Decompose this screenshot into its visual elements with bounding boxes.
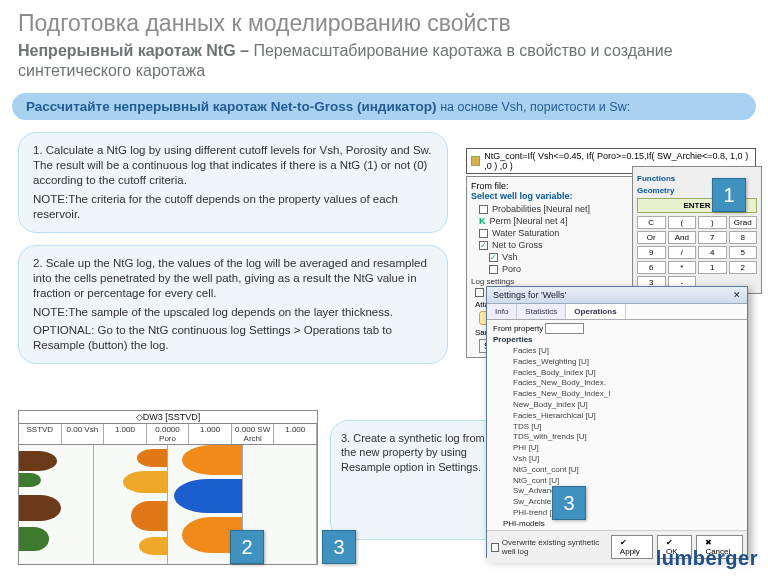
close-icon[interactable]: ✕: [733, 290, 741, 300]
formula-icon: [471, 156, 480, 166]
tree-item[interactable]: Facies_New_Body_Index_I: [493, 389, 741, 400]
step2-text: 2. Scale up the NtG log, the values of t…: [33, 257, 427, 299]
tree-item[interactable]: NtG_cont_cont [U]: [493, 465, 741, 476]
from-property-field[interactable]: [545, 323, 583, 334]
tab-operations[interactable]: Operations: [566, 304, 625, 319]
checkbox-icon[interactable]: [491, 543, 499, 552]
calc-btn[interactable]: 2: [729, 261, 758, 274]
page-subtitle: Непрерывный каротаж NtG – Перемасштабиро…: [18, 41, 750, 81]
tree-item[interactable]: Vsh [U]: [493, 454, 741, 465]
tree-item[interactable]: PHI [U]: [493, 443, 741, 454]
tree-group[interactable]: PHI-models: [493, 519, 741, 530]
banner-strong: Рассчитайте непрерывный каротаж Net-to-G…: [26, 99, 440, 114]
calc-btn[interactable]: And: [668, 231, 697, 244]
subtitle-strong: Непрерывный каротаж NtG –: [18, 42, 253, 59]
calc-btn[interactable]: Grad: [729, 216, 758, 229]
tree-item[interactable]: Sw_Advanced [U]: [493, 486, 741, 497]
log-row[interactable]: Poro: [471, 263, 637, 275]
calc-btn[interactable]: (: [668, 216, 697, 229]
marker-3b: 3: [552, 486, 586, 520]
banner-light: на основе Vsh, пористости и Sw:: [440, 100, 630, 114]
marker-2: 2: [230, 530, 264, 564]
calc-btn[interactable]: 6: [637, 261, 666, 274]
from-file-label: From file:: [471, 181, 509, 191]
checkbox-icon[interactable]: [475, 288, 484, 297]
log-row[interactable]: Water Saturation: [471, 227, 637, 239]
tab-info[interactable]: Info: [487, 304, 517, 319]
calc-btn[interactable]: /: [668, 246, 697, 259]
brand-logo: lumberger: [656, 547, 758, 570]
settings-title: Settings for 'Wells': [493, 290, 566, 300]
tree-item[interactable]: PHI-trend [U]: [493, 508, 741, 519]
log-columns: SSTVD 0.00 Vsh 1.000 0.0000 Poro 1.000 0…: [19, 424, 317, 445]
log-row[interactable]: Net to Gross: [471, 239, 637, 251]
tree-item[interactable]: Facies_New_Body_Index.: [493, 378, 741, 389]
calc-btn[interactable]: 7: [698, 231, 727, 244]
checkbox-icon[interactable]: [479, 205, 488, 214]
tree-item[interactable]: TDS [U]: [493, 422, 741, 433]
step2-box: 2. Scale up the NtG log, the values of t…: [18, 245, 448, 365]
step1-text: 1. Calculate a NtG log by using differen…: [33, 144, 431, 186]
well-log-panel: ◇DW3 [SSTVD] SSTVD 0.00 Vsh 1.000 0.0000…: [18, 410, 318, 565]
tree-item[interactable]: Facies_Hierarchical [U]: [493, 411, 741, 422]
checkbox-icon[interactable]: [479, 241, 488, 250]
step1-box: 1. Calculate a NtG log by using differen…: [18, 132, 448, 233]
property-tree[interactable]: Facies [U] Facies_Weighting [U] Facies_B…: [493, 346, 741, 530]
calc-btn[interactable]: 5: [729, 246, 758, 259]
calc-btn[interactable]: C: [637, 216, 666, 229]
tab-statistics[interactable]: Statistics: [517, 304, 566, 319]
from-property-label: From property: [493, 324, 543, 333]
step2-note: NOTE:The sample of the upscaled log depe…: [33, 305, 433, 320]
checkbox-icon[interactable]: [479, 229, 488, 238]
step2-optional: OPTIONAL: Go to the NtG continuous log S…: [33, 323, 433, 353]
instruction-banner: Рассчитайте непрерывный каротаж Net-to-G…: [12, 93, 756, 120]
apply-button[interactable]: ✔ Apply: [611, 535, 653, 559]
tree-item[interactable]: Facies_Weighting [U]: [493, 357, 741, 368]
log-row[interactable]: Vsh: [471, 251, 637, 263]
calc-btn[interactable]: 9: [637, 246, 666, 259]
log-row[interactable]: Probabilities [Neural net]: [471, 203, 637, 215]
marker-3a: 3: [322, 530, 356, 564]
calc-btn[interactable]: Or: [637, 231, 666, 244]
properties-section: Properties: [493, 335, 741, 344]
calc-btn[interactable]: *: [668, 261, 697, 274]
k-icon: K: [479, 216, 486, 226]
log-settings-label: Log settings: [471, 277, 637, 286]
log-head: ◇DW3 [SSTVD]: [19, 411, 317, 424]
log-row[interactable]: KPerm [Neural net 4]: [471, 215, 637, 227]
calc-btn[interactable]: 8: [729, 231, 758, 244]
tree-item[interactable]: Sw_Archie [U]: [493, 497, 741, 508]
calc-btn[interactable]: ): [698, 216, 727, 229]
checkbox-icon[interactable]: [489, 253, 498, 262]
tree-item[interactable]: New_Body_index [U]: [493, 400, 741, 411]
marker-1: 1: [712, 178, 746, 212]
calc-buttons: C ( ) Grad Or And 7 8 9 / 4 5 6 * 1 2 3 …: [637, 216, 757, 289]
overwrite-checkbox[interactable]: Overwrite existing synthetic well log: [491, 535, 607, 559]
well-select-header: Select well log variable:: [471, 191, 637, 201]
calc-btn[interactable]: 4: [698, 246, 727, 259]
tree-item[interactable]: NtG_cont [U]: [493, 476, 741, 487]
calc-btn[interactable]: 1: [698, 261, 727, 274]
log-tracks: 4350 4375 4400: [19, 445, 317, 565]
tree-item[interactable]: TDS_with_trends [U]: [493, 432, 741, 443]
settings-window: Settings for 'Wells' ✕ Info Statistics O…: [486, 286, 748, 558]
settings-titlebar[interactable]: Settings for 'Wells' ✕: [487, 287, 747, 304]
tree-item[interactable]: Facies [U]: [493, 346, 741, 357]
tree-item[interactable]: Facies_Body_Index [U]: [493, 368, 741, 379]
settings-tabs: Info Statistics Operations: [487, 304, 747, 320]
step1-note: NOTE:The criteria for the cutoff depends…: [33, 192, 433, 222]
checkbox-icon[interactable]: [489, 265, 498, 274]
page-title: Подготовка данных к моделированию свойст…: [18, 10, 750, 37]
